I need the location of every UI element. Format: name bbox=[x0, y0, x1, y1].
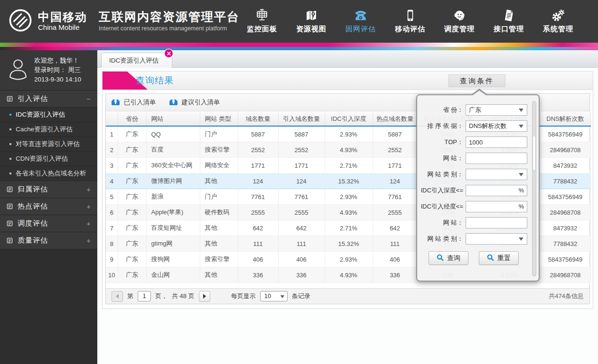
table-cell: 111 bbox=[238, 236, 278, 252]
nav-item-5[interactable]: 调度管理 bbox=[444, 6, 475, 34]
query-field-input-7[interactable] bbox=[466, 201, 527, 212]
table-cell: 7788432 bbox=[540, 173, 590, 189]
per-page-select[interactable]: 10 bbox=[260, 291, 288, 301]
expand-toggle-icon[interactable]: + bbox=[86, 185, 91, 193]
select-value: DNS解析次数 bbox=[466, 121, 527, 131]
per-page-label: 每页显示 bbox=[231, 292, 256, 300]
menu-group-label: 归属评估 bbox=[18, 185, 48, 194]
query-field-select-2[interactable]: DNS解析次数 bbox=[466, 120, 527, 132]
menu-group-2[interactable]: 归属评估+ bbox=[0, 181, 97, 198]
next-page-button[interactable] bbox=[199, 291, 210, 302]
menu-item-1-5[interactable]: 各省未引入热点域名分析 bbox=[0, 166, 97, 181]
table-cell: Apple(苹果) bbox=[146, 205, 200, 220]
column-header-rownum bbox=[106, 112, 118, 126]
table-cell: 门户 bbox=[200, 126, 238, 142]
query-field-label: 省 份： bbox=[443, 106, 463, 114]
ribbon-decoration bbox=[0, 43, 598, 50]
query-conditions-button[interactable]: 查询条件 bbox=[448, 74, 505, 87]
query-panel-scrollbar[interactable] bbox=[532, 101, 536, 276]
menu-item-1-3[interactable]: 对等直连资源引入评估 bbox=[0, 137, 97, 152]
login-time-label: 登录时间： 周三 bbox=[34, 65, 81, 75]
table-cell: 金山网 bbox=[146, 267, 200, 283]
table-cell: 2 bbox=[106, 142, 118, 158]
menu-item-1-4[interactable]: CDN资源引入评估 bbox=[0, 152, 97, 166]
nav-item-6[interactable]: 接口管理 bbox=[494, 6, 524, 34]
column-header-7: 热点域名数量 bbox=[373, 112, 417, 126]
query-field-label: 网 站 类 别： bbox=[427, 170, 463, 179]
table-cell: 门户 bbox=[200, 189, 238, 205]
query-reset-button[interactable]: 重置 bbox=[479, 251, 519, 265]
menu-group-1[interactable]: 引入评估− bbox=[0, 91, 97, 108]
table-cell: 284968708 bbox=[540, 267, 590, 283]
column-header-3: 网站 类型 bbox=[200, 112, 238, 126]
table-cell: 7788432 bbox=[540, 236, 590, 252]
table-cell: 2552 bbox=[278, 142, 325, 158]
bullet-icon bbox=[9, 173, 11, 174]
table-cell: 10 bbox=[106, 267, 118, 283]
export-icon bbox=[168, 98, 178, 107]
query-field-label: IDC引入深度<= bbox=[420, 186, 463, 195]
query-field-row: IDC引入经度<=% bbox=[417, 201, 539, 212]
table-cell: 广东 bbox=[118, 220, 146, 236]
toolbar-button-1[interactable]: 已引入清单 bbox=[111, 98, 156, 107]
expand-toggle-icon[interactable]: + bbox=[86, 237, 91, 245]
query-button-label: 查询 bbox=[447, 254, 460, 263]
nav-item-7[interactable]: 系统管理 bbox=[543, 6, 573, 34]
menu-group-label: 引入评估 bbox=[18, 94, 48, 103]
top-nav: 监控面板资源视图固网评估移动评估调度管理接口管理系统管理 bbox=[247, 6, 573, 34]
table-cell: 406 bbox=[278, 252, 325, 267]
tab-close-icon[interactable] bbox=[165, 49, 173, 57]
menu-group-label: 调度评估 bbox=[18, 219, 48, 228]
table-cell: 9 bbox=[106, 252, 118, 267]
toolbar-button-2[interactable]: 建议引入清单 bbox=[168, 98, 220, 107]
table-cell: 5843756949 bbox=[540, 126, 590, 142]
query-field-row: IDC引入深度<=% bbox=[417, 185, 539, 196]
doc-icon bbox=[7, 96, 13, 102]
nav-item-1[interactable]: 监控面板 bbox=[247, 6, 277, 34]
page-number-input[interactable]: 1 bbox=[138, 291, 151, 301]
table-cell: 360安全中心网 bbox=[146, 158, 200, 173]
query-field-select-1[interactable]: 广东 bbox=[466, 104, 527, 116]
query-field-input-3[interactable] bbox=[466, 137, 527, 147]
table-cell: 642 bbox=[373, 220, 417, 236]
expand-toggle-icon[interactable]: + bbox=[86, 219, 91, 228]
nav-item-3[interactable]: 固网评估 bbox=[346, 6, 376, 34]
table-cell: 2555 bbox=[278, 205, 325, 220]
nav-item-2[interactable]: 资源视图 bbox=[296, 6, 327, 34]
menu-item-1-2[interactable]: Cache资源引入评估 bbox=[0, 122, 97, 137]
expand-toggle-icon[interactable]: − bbox=[86, 95, 91, 103]
query-field-input-4[interactable] bbox=[466, 153, 527, 164]
query-field-row: 排 序 依 据：DNS解析次数 bbox=[417, 120, 539, 132]
query-field-select-5[interactable] bbox=[466, 169, 527, 180]
tab-idc-evaluation[interactable]: IDC资源引入评估 bbox=[101, 53, 172, 68]
query-field-label: 网 站 类 别： bbox=[427, 235, 463, 243]
scrollbar-thumb[interactable] bbox=[533, 136, 536, 171]
table-cell: 搜索引擎 bbox=[200, 142, 238, 158]
query-field-row: 网 站 类 别： bbox=[417, 169, 539, 180]
query-field-label: 排 序 依 据： bbox=[427, 122, 463, 130]
query-field-row: TOP： bbox=[417, 136, 539, 148]
query-field-wrap bbox=[466, 217, 527, 228]
nav-item-4[interactable]: 移动评估 bbox=[395, 6, 425, 34]
table-cell: 4.93% bbox=[325, 267, 373, 283]
section-title: 查询结果 bbox=[136, 72, 174, 90]
query-submit-button[interactable]: 查询 bbox=[429, 251, 468, 265]
query-field-input-6[interactable] bbox=[466, 185, 527, 196]
doc-icon bbox=[7, 186, 13, 192]
menu-item-1-1[interactable]: IDC资源引入评估 bbox=[0, 108, 97, 122]
monitor-icon bbox=[255, 6, 269, 22]
table-cell: 其他 bbox=[200, 236, 238, 252]
query-field-select-9[interactable] bbox=[466, 233, 527, 245]
page-suffix-label: 页， bbox=[155, 292, 168, 300]
table-cell: 1771 bbox=[238, 158, 278, 173]
search-icon bbox=[437, 254, 444, 263]
menu-group-3[interactable]: 热点评估+ bbox=[0, 198, 97, 215]
expand-toggle-icon[interactable]: + bbox=[86, 202, 91, 210]
table-cell: 广东 bbox=[118, 126, 146, 142]
table-cell: 百度短网址 bbox=[146, 220, 200, 236]
query-field-input-8[interactable] bbox=[466, 218, 527, 228]
menu-group-label: 质量评估 bbox=[18, 236, 48, 245]
prev-page-button[interactable] bbox=[112, 291, 123, 302]
menu-group-5[interactable]: 质量评估+ bbox=[0, 232, 97, 249]
menu-group-4[interactable]: 调度评估+ bbox=[0, 215, 97, 232]
